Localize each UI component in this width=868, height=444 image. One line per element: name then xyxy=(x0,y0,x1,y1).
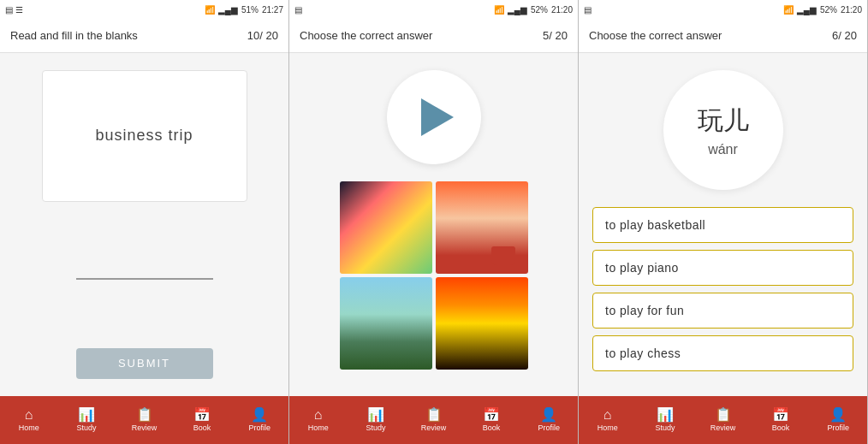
answer-option-4[interactable]: to play chess xyxy=(592,335,853,371)
signal-bars-icon: ▂▄▆ xyxy=(218,5,238,15)
battery-icon: 51% xyxy=(241,5,259,15)
study-icon-2: 📊 xyxy=(367,408,384,422)
header-title-1: Read and fill in the blanks xyxy=(10,29,138,42)
image-option-1[interactable] xyxy=(340,181,432,274)
chinese-character: 玩儿 xyxy=(698,104,749,139)
panel-text-choice: ▤ 📶 ▂▄▆ 52% 21:20 Choose the correct ans… xyxy=(579,0,868,444)
answer-option-2[interactable]: to play piano xyxy=(592,250,853,286)
book-icon: 📅 xyxy=(193,408,211,422)
word-card: business trip xyxy=(42,70,247,202)
play-triangle-icon xyxy=(421,98,454,136)
nav-book-label-3: Book xyxy=(772,423,790,432)
image-grid xyxy=(340,181,528,370)
status-bar-1: ▤ ☰ 📶 ▂▄▆ 51% 21:27 xyxy=(0,0,288,19)
wifi-icon-2: 📶 xyxy=(494,5,504,15)
home-icon-2: ⌂ xyxy=(314,408,323,422)
nav-review-3[interactable]: 📋 Review xyxy=(694,396,752,444)
content-1: business trip SUBMIT xyxy=(0,53,288,396)
book-icon-2: 📅 xyxy=(483,408,500,422)
nav-profile-label-1: Profile xyxy=(249,423,271,432)
header-progress-2: 5/ 20 xyxy=(543,29,568,42)
nav-book-label-2: Book xyxy=(483,423,501,432)
status-bar-3: ▤ 📶 ▂▄▆ 52% 21:20 xyxy=(579,0,867,19)
nav-profile-1[interactable]: 👤 Profile xyxy=(231,396,288,444)
wifi-icon-3: 📶 xyxy=(783,5,794,15)
cup-decoration xyxy=(491,246,515,265)
time-display: 21:27 xyxy=(262,5,283,15)
answer-option-1[interactable]: to play basketball xyxy=(592,207,853,243)
nav-book-3[interactable]: 📅 Book xyxy=(752,396,809,444)
signal-bars-icon-2: ▂▄▆ xyxy=(508,5,527,15)
nav-study-1[interactable]: 📊 Study xyxy=(57,396,115,444)
word-display: business trip xyxy=(95,127,193,145)
bottom-nav-3: ⌂ Home 📊 Study 📋 Review 📅 Book 👤 Profile xyxy=(579,396,867,444)
status-left-2: ▤ xyxy=(294,5,302,15)
status-left-3: ▤ xyxy=(584,5,592,15)
nav-review-1[interactable]: 📋 Review xyxy=(116,396,173,444)
pinyin-display: wánr xyxy=(708,142,738,157)
submit-button[interactable]: SUBMIT xyxy=(76,348,213,379)
nav-book-label-1: Book xyxy=(193,423,211,432)
nav-book-2[interactable]: 📅 Book xyxy=(462,396,520,444)
nav-profile-label-2: Profile xyxy=(538,423,561,432)
answer-input[interactable] xyxy=(76,253,213,280)
nav-profile-3[interactable]: 👤 Profile xyxy=(810,396,867,444)
answer-option-3[interactable]: to play for fun xyxy=(592,293,853,329)
chinese-word-card: 玩儿 wánr xyxy=(663,70,783,190)
nav-home-label-1: Home xyxy=(19,423,39,432)
answer-options: to play basketball to play piano to play… xyxy=(592,207,853,371)
header-2: Choose the correct answer 5/ 20 xyxy=(289,19,578,53)
study-icon-3: 📊 xyxy=(657,408,674,422)
content-3: 玩儿 wánr to play basketball to play piano… xyxy=(579,53,867,396)
content-2 xyxy=(289,53,578,396)
header-progress-3: 6/ 20 xyxy=(832,29,857,42)
battery-icon-2: 52% xyxy=(531,5,548,15)
panel-image-choice: ▤ 📶 ▂▄▆ 52% 21:20 Choose the correct ans… xyxy=(289,0,579,444)
time-display-2: 21:20 xyxy=(551,5,573,15)
nav-review-2[interactable]: 📋 Review xyxy=(405,396,462,444)
profile-icon-3: 👤 xyxy=(829,408,847,422)
nav-profile-2[interactable]: 👤 Profile xyxy=(520,396,578,444)
book-icon-3: 📅 xyxy=(772,408,789,422)
nav-review-label-2: Review xyxy=(421,423,447,432)
image-option-2[interactable] xyxy=(436,181,528,274)
status-bar-2: ▤ 📶 ▂▄▆ 52% 21:20 xyxy=(289,0,578,19)
panel-fill-blanks: ▤ ☰ 📶 ▂▄▆ 51% 21:27 Read and fill in the… xyxy=(0,0,289,444)
nav-home-3[interactable]: ⌂ Home xyxy=(579,396,636,444)
review-icon-2: 📋 xyxy=(425,408,443,422)
study-icon: 📊 xyxy=(78,408,95,422)
play-button[interactable] xyxy=(387,70,481,164)
signal-icon-2: ▤ xyxy=(294,5,302,15)
image-option-3[interactable] xyxy=(340,277,432,370)
nav-study-2[interactable]: 📊 Study xyxy=(347,396,404,444)
battery-icon-3: 52% xyxy=(820,5,837,15)
review-icon-3: 📋 xyxy=(715,408,732,422)
header-1: Read and fill in the blanks 10/ 20 xyxy=(0,19,288,53)
image-option-4[interactable] xyxy=(436,277,528,370)
status-left-1: ▤ ☰ xyxy=(5,5,23,15)
nav-profile-label-3: Profile xyxy=(828,423,850,432)
nav-home-label-2: Home xyxy=(308,423,329,432)
signal-icon: ▤ ☰ xyxy=(5,5,23,15)
header-title-3: Choose the correct answer xyxy=(589,29,722,42)
status-right-2: 📶 ▂▄▆ 52% 21:20 xyxy=(494,5,573,15)
nav-study-label-2: Study xyxy=(366,423,386,432)
header-progress-1: 10/ 20 xyxy=(247,29,278,42)
bottom-nav-2: ⌂ Home 📊 Study 📋 Review 📅 Book 👤 Profile xyxy=(289,396,578,444)
time-display-3: 21:20 xyxy=(841,5,862,15)
nav-study-label-1: Study xyxy=(77,423,97,432)
status-right-3: 📶 ▂▄▆ 52% 21:20 xyxy=(783,5,862,15)
nav-study-3[interactable]: 📊 Study xyxy=(636,396,693,444)
header-title-2: Choose the correct answer xyxy=(300,29,432,42)
status-right-1: 📶 ▂▄▆ 51% 21:27 xyxy=(205,5,283,15)
bottom-nav-1: ⌂ Home 📊 Study 📋 Review 📅 Book 👤 Profile xyxy=(0,396,288,444)
nav-home-2[interactable]: ⌂ Home xyxy=(289,396,347,444)
header-3: Choose the correct answer 6/ 20 xyxy=(579,19,867,53)
home-icon: ⌂ xyxy=(25,408,33,422)
nav-home-1[interactable]: ⌂ Home xyxy=(0,396,57,444)
profile-icon-2: 👤 xyxy=(540,408,557,422)
signal-bars-icon-3: ▂▄▆ xyxy=(797,5,817,15)
nav-home-label-3: Home xyxy=(597,423,618,432)
nav-book-1[interactable]: 📅 Book xyxy=(173,396,230,444)
nav-review-label-1: Review xyxy=(132,423,158,432)
